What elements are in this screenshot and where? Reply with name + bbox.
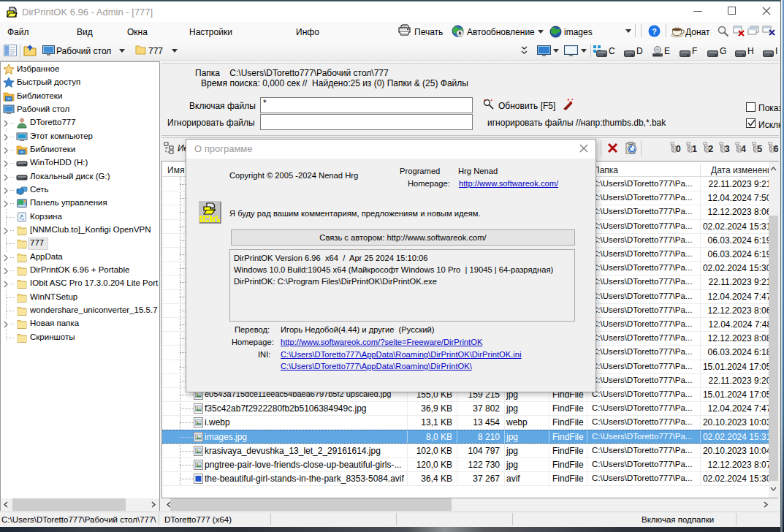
svg-text:*: * bbox=[568, 98, 570, 103]
svg-text:*: * bbox=[571, 98, 574, 102]
svg-text:?: ? bbox=[652, 27, 657, 36]
svg-text:*: * bbox=[491, 99, 493, 103]
